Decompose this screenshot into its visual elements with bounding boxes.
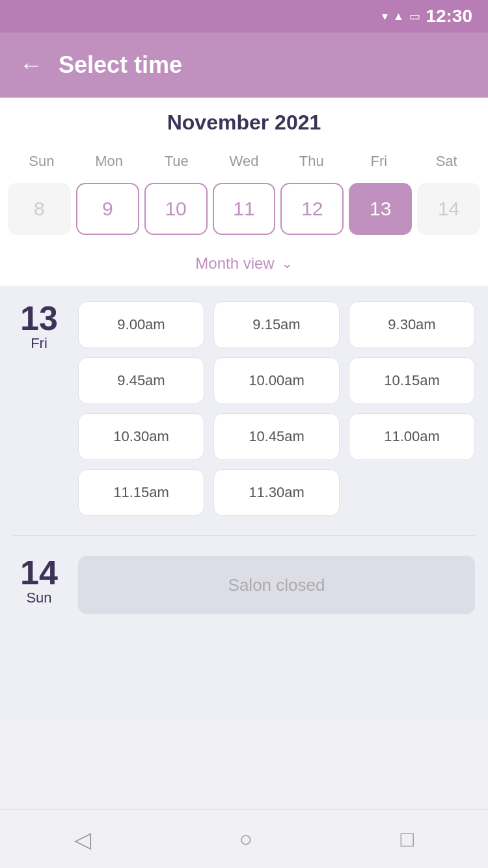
- status-bar: ▾ ▲ ▭ 12:30: [0, 0, 488, 33]
- cal-day-13[interactable]: 13: [349, 183, 412, 235]
- status-time: 12:30: [426, 6, 472, 27]
- bottom-nav: ◁ ○ □: [0, 809, 488, 868]
- day-header-thu: Thu: [278, 148, 346, 175]
- month-year-label: November 2021: [0, 111, 488, 135]
- cal-day-11[interactable]: 11: [213, 183, 276, 235]
- month-view-toggle[interactable]: Month view ⌄: [0, 248, 488, 286]
- back-button[interactable]: ←: [20, 53, 43, 77]
- timeslots-section: 13 Fri 9.00am 9.15am 9.30am 9.45am 10.00…: [0, 286, 488, 721]
- time-slot-1030[interactable]: 10.30am: [78, 413, 204, 460]
- day-header-wed: Wed: [210, 148, 278, 175]
- calendar-week: 8 9 10 11 12 13 14: [0, 175, 488, 248]
- cal-day-14: 14: [417, 183, 480, 235]
- calendar-header: Sun Mon Tue Wed Thu Fri Sat: [0, 148, 488, 175]
- cal-day-8: 8: [8, 183, 71, 235]
- header: ← Select time: [0, 33, 488, 98]
- day-header-mon: Mon: [75, 148, 143, 175]
- cal-day-9[interactable]: 9: [76, 183, 139, 235]
- day-name-13: Fri: [13, 335, 65, 352]
- day-header-sat: Sat: [413, 148, 480, 175]
- time-slot-945[interactable]: 9.45am: [78, 357, 204, 404]
- signal-icon: ▲: [393, 10, 405, 23]
- time-slot-1045[interactable]: 10.45am: [213, 413, 340, 460]
- day-number-13: 13: [13, 301, 65, 335]
- nav-recent-button[interactable]: □: [401, 826, 414, 852]
- bottom-spacer: [13, 634, 475, 705]
- time-slot-1130[interactable]: 11.30am: [213, 469, 340, 516]
- page-title: Select time: [59, 51, 182, 79]
- day-label-13: 13 Fri: [13, 301, 65, 352]
- day-header-tue: Tue: [142, 148, 210, 175]
- calendar-section: November 2021 Sun Mon Tue Wed Thu Fri Sa…: [0, 98, 488, 286]
- cal-day-12[interactable]: 12: [280, 183, 344, 235]
- time-slot-930[interactable]: 9.30am: [349, 301, 475, 348]
- time-slot-915[interactable]: 9.15am: [213, 301, 340, 348]
- time-slot-1115[interactable]: 11.15am: [78, 469, 204, 516]
- day-section-14: 14 Sun Salon closed: [13, 556, 475, 614]
- day-header-fri: Fri: [346, 148, 413, 175]
- chevron-down-icon: ⌄: [281, 255, 293, 272]
- day-name-14: Sun: [13, 590, 65, 606]
- day-label-14: 14 Sun: [13, 556, 65, 606]
- day-header-sun: Sun: [8, 148, 75, 175]
- cal-day-10[interactable]: 10: [144, 183, 208, 235]
- wifi-icon: ▾: [382, 9, 388, 23]
- time-slot-1000[interactable]: 10.00am: [213, 357, 340, 404]
- salon-closed-slot: Salon closed: [78, 556, 475, 614]
- section-divider: [13, 536, 475, 536]
- slots-grid-13: 9.00am 9.15am 9.30am 9.45am 10.00am 10.1…: [78, 301, 475, 516]
- time-slot-1100[interactable]: 11.00am: [349, 413, 475, 460]
- time-slot-1015[interactable]: 10.15am: [349, 357, 475, 404]
- day-number-14: 14: [13, 556, 65, 590]
- nav-back-button[interactable]: ◁: [74, 826, 91, 852]
- battery-icon: ▭: [409, 9, 420, 23]
- time-slot-900[interactable]: 9.00am: [78, 301, 204, 348]
- day-section-13: 13 Fri 9.00am 9.15am 9.30am 9.45am 10.00…: [13, 301, 475, 516]
- nav-home-button[interactable]: ○: [239, 826, 252, 852]
- status-icons: ▾ ▲ ▭ 12:30: [382, 6, 472, 27]
- month-view-label: Month view: [195, 254, 274, 273]
